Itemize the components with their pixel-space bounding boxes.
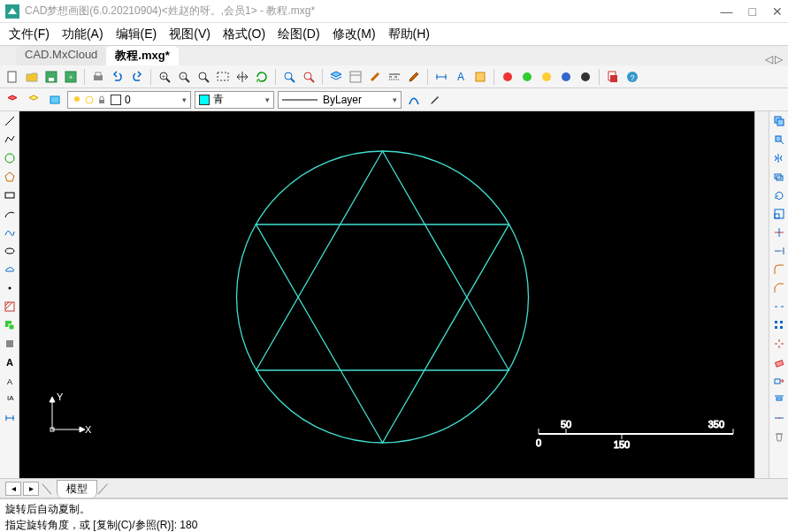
point-tool-icon[interactable]: [2, 280, 18, 296]
saveas-icon[interactable]: +: [62, 68, 80, 86]
rect-tool-icon[interactable]: [2, 187, 18, 203]
chamfer-tool-icon[interactable]: [771, 280, 787, 296]
zoom-prev-icon[interactable]: [300, 68, 317, 86]
minimize-button[interactable]: —: [721, 4, 733, 19]
zoom-extents-icon[interactable]: [195, 68, 212, 86]
tab-scroll-left-button[interactable]: ◂: [5, 482, 21, 496]
export-icon[interactable]: [604, 68, 622, 86]
text-icon[interactable]: A: [452, 68, 470, 86]
mirror-tool-icon[interactable]: [771, 150, 787, 166]
redo-icon[interactable]: [128, 68, 146, 86]
purge-tool-icon[interactable]: [771, 429, 787, 445]
layer-tool-3-icon[interactable]: [46, 91, 64, 109]
mtext-tool-icon[interactable]: A: [2, 354, 18, 370]
menu-edit[interactable]: 编辑(E): [111, 25, 163, 44]
tab-current-doc[interactable]: 教程.mxg*: [106, 46, 178, 65]
rotate-tool-icon[interactable]: [771, 187, 787, 203]
brush2-icon[interactable]: [426, 91, 444, 109]
menu-modify[interactable]: 修改(M): [327, 25, 381, 44]
menu-format[interactable]: 格式(O): [218, 25, 271, 44]
layer-icon[interactable]: [327, 68, 345, 86]
layer-tool-2-icon[interactable]: [25, 91, 42, 109]
layer-tool-1-icon[interactable]: [4, 91, 21, 109]
trim-tool-icon[interactable]: [771, 224, 787, 240]
brush-icon[interactable]: [405, 68, 423, 86]
block-icon[interactable]: [471, 68, 489, 86]
dimension-tool-icon[interactable]: [2, 410, 18, 426]
close-button[interactable]: ✕: [772, 4, 783, 19]
regen-icon[interactable]: [253, 68, 271, 86]
color-black-icon[interactable]: [577, 68, 594, 86]
maximize-button[interactable]: □: [749, 4, 756, 19]
zoom-out-icon[interactable]: -: [175, 68, 193, 86]
align-tool-icon[interactable]: [771, 391, 787, 407]
line-tool-icon[interactable]: [2, 113, 18, 129]
polyline-tool-icon[interactable]: [2, 132, 18, 148]
properties-icon[interactable]: [347, 68, 364, 86]
zoom-in-icon[interactable]: +: [156, 68, 173, 86]
move-tool-icon[interactable]: [771, 132, 787, 148]
fillet-tool-icon[interactable]: [771, 262, 787, 277]
zoom-window-icon[interactable]: [214, 68, 232, 86]
color-combo[interactable]: 青 ▾: [195, 91, 274, 109]
zoom-realtime-icon[interactable]: [280, 68, 298, 86]
lineweight-icon[interactable]: [405, 91, 423, 109]
text-tool-icon[interactable]: A: [2, 373, 18, 389]
copy-tool-icon[interactable]: [771, 113, 787, 129]
stretch-tool-icon[interactable]: [771, 373, 787, 389]
tab-nav-right-icon[interactable]: ▷: [775, 53, 783, 65]
region-tool-icon[interactable]: [2, 336, 18, 352]
svg-rect-54: [9, 324, 14, 330]
color-yellow-icon[interactable]: [538, 68, 555, 86]
color-red-icon[interactable]: [499, 68, 516, 86]
save-icon[interactable]: [42, 68, 60, 86]
array-tool-icon[interactable]: [771, 317, 787, 333]
lock-icon: [96, 95, 107, 105]
svg-rect-78: [777, 119, 784, 125]
layer-combo[interactable]: 0 ▾: [67, 91, 191, 109]
open-file-icon[interactable]: [23, 68, 41, 86]
new-file-icon[interactable]: [4, 68, 21, 86]
canvas-scrollbar-v[interactable]: [754, 111, 769, 478]
ellipse-tool-icon[interactable]: [2, 243, 18, 259]
color-blue-icon[interactable]: [557, 68, 575, 86]
arc-tool-icon[interactable]: [2, 206, 18, 222]
linetype-icon[interactable]: [386, 68, 403, 86]
menu-file[interactable]: 文件(F): [4, 25, 55, 44]
cloud-tool-icon[interactable]: [2, 262, 18, 277]
break-tool-icon[interactable]: [771, 299, 787, 315]
spline-tool-icon[interactable]: [2, 224, 18, 240]
explode-tool-icon[interactable]: [771, 336, 787, 352]
tab-scroll-right-button[interactable]: ▸: [23, 482, 39, 496]
menu-function[interactable]: 功能(A): [57, 25, 109, 44]
linetype-combo[interactable]: ByLayer ▾: [278, 91, 402, 109]
menu-draw[interactable]: 绘图(D): [272, 25, 325, 44]
join-tool-icon[interactable]: [771, 410, 787, 426]
block-insert-icon[interactable]: [2, 317, 18, 333]
hatch-tool-icon[interactable]: [2, 299, 18, 315]
leader-tool-icon[interactable]: IA: [2, 391, 18, 407]
tab-nav-left-icon[interactable]: ◁: [765, 53, 773, 65]
help-icon[interactable]: ?: [624, 68, 641, 86]
model-tab[interactable]: 模型: [57, 480, 97, 498]
svg-point-14: [199, 72, 206, 80]
circle-tool-icon[interactable]: [2, 150, 18, 166]
dim-icon[interactable]: [432, 68, 450, 86]
menu-help[interactable]: 帮助(H): [383, 25, 435, 44]
offset-tool-icon[interactable]: [771, 169, 787, 185]
drawing-canvas[interactable]: Y X 0 50 150 350: [19, 111, 754, 478]
polygon-tool-icon[interactable]: [2, 169, 18, 185]
erase-tool-icon[interactable]: [771, 354, 787, 370]
match-prop-icon[interactable]: [366, 68, 384, 86]
menu-view[interactable]: 视图(V): [164, 25, 216, 44]
scale-tool-icon[interactable]: [771, 206, 787, 222]
svg-rect-102: [777, 398, 782, 400]
pan-icon[interactable]: [233, 68, 251, 86]
extend-tool-icon[interactable]: [771, 243, 787, 259]
undo-icon[interactable]: [109, 68, 126, 86]
svg-rect-16: [218, 72, 228, 80]
tab-cloud[interactable]: CAD.MxCloud: [16, 46, 106, 65]
print-icon[interactable]: [89, 68, 107, 86]
color-green-icon[interactable]: [518, 68, 536, 86]
command-line[interactable]: 旋转后自动夏制。 指定旋转角度，或 [复制(C)/参照(R)]: 180 命令:: [0, 498, 788, 532]
